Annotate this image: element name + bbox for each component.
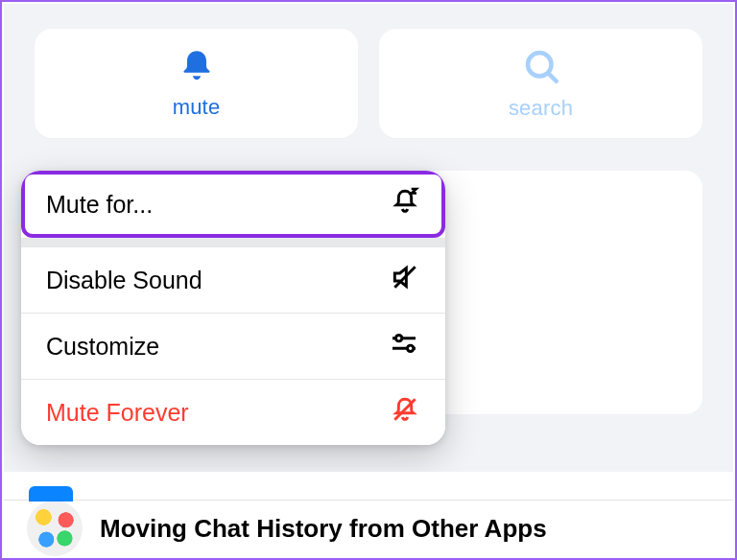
search-button[interactable]: search bbox=[379, 29, 702, 138]
bell-icon bbox=[178, 47, 216, 89]
sliders-icon bbox=[388, 328, 420, 364]
action-row: mute search bbox=[35, 29, 702, 138]
menu-item-mute-forever[interactable]: Mute Forever bbox=[21, 380, 445, 445]
bell-off-icon bbox=[390, 394, 420, 431]
menu-item-disable-sound[interactable]: Disable Sound bbox=[21, 247, 445, 313]
menu-item-customize[interactable]: Customize bbox=[21, 314, 445, 379]
avatar-peek bbox=[29, 486, 73, 502]
search-button-label: search bbox=[509, 96, 573, 121]
mute-button[interactable]: mute bbox=[35, 29, 358, 138]
search-icon bbox=[521, 46, 561, 90]
speaker-off-icon bbox=[390, 262, 420, 298]
svg-point-6 bbox=[407, 345, 413, 351]
svg-line-1 bbox=[548, 73, 556, 81]
chat-title: Moving Chat History from Other Apps bbox=[100, 514, 547, 544]
chat-list-row-peek bbox=[4, 472, 733, 501]
mute-button-label: mute bbox=[173, 95, 221, 120]
bell-snooze-icon bbox=[390, 186, 420, 222]
svg-point-4 bbox=[395, 335, 401, 340]
chat-list: Moving Chat History from Other Apps bbox=[4, 472, 733, 556]
mute-context-menu: Mute for... Disable Sound Customize bbox=[21, 171, 445, 445]
menu-item-label: Mute Forever bbox=[46, 399, 189, 427]
menu-item-mute-for[interactable]: Mute for... bbox=[21, 171, 445, 238]
chat-list-row[interactable]: Moving Chat History from Other Apps bbox=[4, 501, 733, 556]
avatar bbox=[27, 501, 83, 556]
menu-item-label: Customize bbox=[46, 333, 159, 361]
menu-item-label: Disable Sound bbox=[46, 267, 202, 294]
menu-separator bbox=[21, 238, 445, 247]
menu-item-label: Mute for... bbox=[46, 191, 153, 219]
